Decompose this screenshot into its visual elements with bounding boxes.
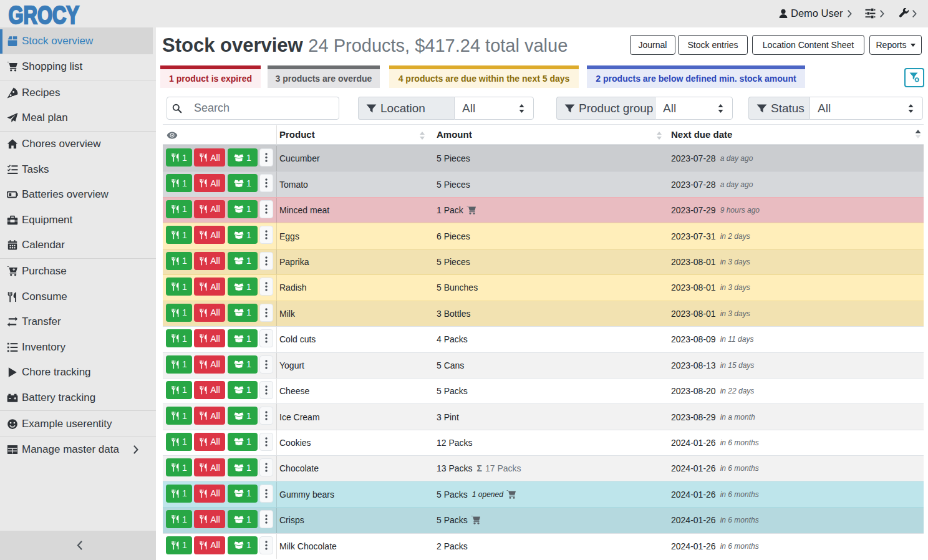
svg-text:GROCY: GROCY <box>9 4 79 29</box>
